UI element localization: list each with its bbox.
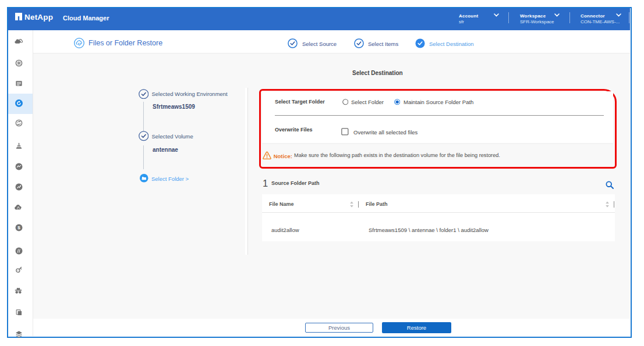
svg-text:$: $ — [17, 225, 20, 230]
